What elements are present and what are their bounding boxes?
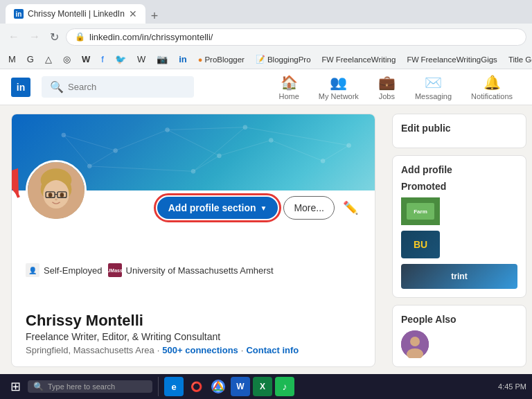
add-profile-section-button[interactable]: Add profile section ▼ (157, 197, 278, 219)
taskbar-search-box[interactable]: 🔍 Type here to search (28, 380, 152, 393)
svg-line-15 (64, 135, 89, 166)
new-tab-button[interactable]: + (145, 9, 164, 24)
tab-bar: in Chrissy Montelli | LinkedIn ✕ + (0, 0, 532, 24)
trint-image: trint (401, 264, 517, 289)
svg-point-4 (269, 138, 273, 142)
svg-line-17 (193, 127, 245, 172)
person-avatar-1 (401, 330, 429, 358)
edit-profile-icon[interactable]: ✏️ (340, 197, 361, 218)
nav-home[interactable]: 🏠 Home (270, 71, 307, 103)
svg-line-20 (168, 127, 245, 130)
add-profile-section: Add profile Promoted Farm BU (392, 155, 526, 298)
dropdown-arrow-icon: ▼ (260, 204, 267, 212)
bookmark-facebook[interactable]: f (98, 53, 107, 66)
profile-title: Freelance Writer, Editor, & Writing Cons… (26, 331, 361, 342)
bookmark-linkedin[interactable]: in (176, 53, 190, 66)
bookmark-twitter[interactable]: 🐦 (112, 53, 129, 66)
promoted-label: Promoted (401, 181, 517, 192)
linkedin-header: in 🔍 🏠 Home 👥 My Network 💼 Jobs ✉️ Messa… (0, 69, 532, 105)
svg-line-14 (271, 140, 323, 161)
add-profile-label: Add profile (401, 164, 517, 175)
people-also-label: People Also (401, 314, 517, 325)
bookmarks-bar: M G △ ◎ W f 🐦 W 📷 in ● ProBlogge (0, 50, 532, 69)
bookmark-drive[interactable]: △ (42, 53, 55, 66)
more-button[interactable]: More... (283, 196, 335, 220)
search-bar[interactable]: 🔍 (42, 76, 194, 98)
bookmark-google[interactable]: G (24, 53, 37, 66)
svg-line-10 (64, 135, 116, 150)
school-icon: UMass (108, 263, 122, 277)
svg-line-19 (89, 150, 115, 166)
lock-icon: 🔒 (75, 32, 85, 42)
nav-messaging[interactable]: ✉️ Messaging (407, 71, 460, 103)
svg-line-11 (116, 130, 168, 150)
svg-point-5 (321, 159, 325, 163)
address-bar[interactable]: 🔒 linkedin.com/in/chrissymontelli/ (66, 28, 526, 46)
profile-meta: Springfield, Massachusetts Area · 500+ c… (26, 345, 361, 355)
taskbar-excel-icon[interactable]: X (253, 377, 272, 396)
taskbar-cortana-icon[interactable]: ⭕ (186, 377, 206, 396)
taskbar-spotify-icon[interactable]: ♪ (275, 377, 294, 396)
nav-notifications[interactable]: 🔔 Notifications (463, 71, 521, 103)
taskbar-search-label: Type here to search (48, 382, 115, 391)
promoted-section: Promoted Farm BU trint (401, 181, 517, 289)
baylor-image: BU (401, 231, 440, 258)
right-sidebar: Edit public Add profile Promoted Farm BU (387, 105, 532, 399)
taskbar-edge-icon[interactable]: e (164, 377, 184, 396)
employer-item: 👤 Self-Employed (26, 263, 103, 277)
taskbar-word-icon[interactable]: W (231, 377, 250, 396)
profile-actions: Add profile section ▼ More... ✏️ (26, 190, 361, 225)
forward-button[interactable]: → (26, 29, 43, 44)
tab-favicon: in (14, 9, 24, 19)
svg-line-22 (323, 145, 348, 161)
bookmark-titlegenerator[interactable]: Title Generator (506, 54, 532, 65)
taskbar-divider (158, 377, 159, 396)
address-bar-row: ← → ↻ 🔒 linkedin.com/in/chrissymontelli/ (0, 24, 532, 50)
bookmark-instagram[interactable]: 📷 (154, 53, 170, 66)
svg-point-39 (410, 337, 420, 346)
bookmark-bloggingpro[interactable]: 📝 BloggingPro (253, 53, 314, 65)
edit-public-section: Edit public (392, 114, 526, 148)
profile-employment: 👤 Self-Employed UMass University of Mass… (26, 263, 361, 277)
trint-item: trint (401, 264, 517, 289)
taskbar-start[interactable]: ⊞ (6, 377, 25, 396)
bookmark-freelancewriting[interactable]: FW FreelanceWriting (319, 54, 399, 65)
svg-line-21 (193, 156, 219, 171)
taskbar-time: 4:45 PM (498, 382, 526, 391)
linkedin-logo[interactable]: in (11, 78, 30, 97)
search-icon: 🔍 (50, 80, 64, 94)
profile-card: Add profile section ▼ More... ✏️ 👤 Self-… (11, 114, 375, 367)
svg-line-12 (168, 130, 220, 155)
browser-chrome: in Chrissy Montelli | LinkedIn ✕ + ← → ↻… (0, 0, 532, 69)
connections-link[interactable]: 500+ connections (162, 345, 238, 355)
main-area: Add profile section ▼ More... ✏️ 👤 Self-… (0, 105, 532, 399)
back-button[interactable]: ← (6, 29, 22, 44)
search-input[interactable] (68, 82, 186, 92)
svg-line-16 (89, 166, 193, 171)
bookmark-gmail[interactable]: M (6, 53, 19, 66)
contact-info-link[interactable]: Contact info (246, 345, 299, 355)
reload-button[interactable]: ↻ (47, 29, 62, 45)
school-item: UMass University of Massachusetts Amhers… (108, 263, 274, 277)
bookmark-wiki[interactable]: W (79, 53, 93, 66)
nav-jobs[interactable]: 💼 Jobs (370, 71, 404, 103)
active-tab[interactable]: in Chrissy Montelli | LinkedIn ✕ (6, 4, 145, 24)
profile-area: Add profile section ▼ More... ✏️ 👤 Self-… (0, 105, 387, 399)
tab-close-icon[interactable]: ✕ (129, 8, 137, 19)
promoted-item-2: BU (401, 231, 517, 258)
edit-public-label: Edit public (401, 123, 517, 134)
bookmark-problogger[interactable]: ● ProBlogger (195, 54, 247, 65)
svg-text:Farm: Farm (414, 209, 427, 215)
promoted-image-1: Farm (401, 197, 440, 225)
profile-name: Chrissy Montelli (26, 312, 361, 330)
taskbar: ⊞ 🔍 Type here to search e ⭕ W X ♪ 4:45 P… (0, 374, 532, 399)
url-display: linkedin.com/in/chrissymontelli/ (89, 32, 213, 42)
bookmark-freelancewritinggigs[interactable]: FW FreelanceWritingGigs (404, 54, 499, 65)
taskbar-chrome-icon[interactable] (209, 377, 228, 396)
search-icon: 🔍 (33, 382, 44, 391)
bookmark-wordpress[interactable]: W (134, 53, 148, 66)
promoted-item-1: Farm (401, 197, 517, 225)
linkedin-nav: 🏠 Home 👥 My Network 💼 Jobs ✉️ Messaging … (270, 71, 521, 103)
nav-my-network[interactable]: 👥 My Network (310, 71, 367, 103)
bookmark-maps[interactable]: ◎ (60, 53, 73, 66)
